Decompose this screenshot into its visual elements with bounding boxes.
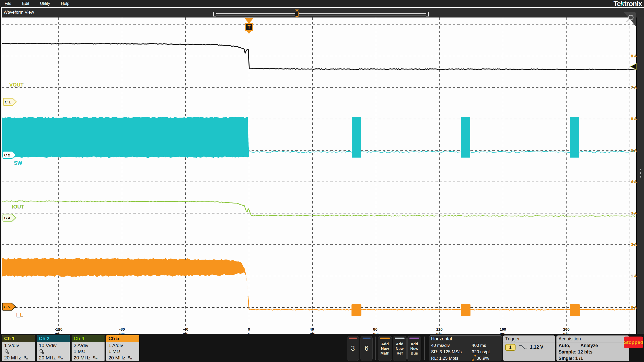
y-axis-tick-label: 2 A [625, 242, 637, 246]
ch4-scale: 2 A/div [74, 342, 102, 348]
wave-6-color-stripe [363, 338, 371, 339]
trace-label-vout: VOUT [9, 82, 24, 88]
ch1-header: Ch 1 [2, 335, 35, 342]
channel-badge-ch5[interactable]: Ch 5 1 A/div 1 MΩ 20 MHz Bw [106, 335, 139, 361]
bandwidth-limit-icon: Bw [93, 354, 97, 361]
acquisition-single: Single: 1 /1 [556, 355, 629, 361]
trigger-position-readout: T38.9% [472, 355, 502, 361]
trigger-marker-arrow-icon [244, 18, 254, 23]
menu-edit[interactable]: Edit [22, 1, 29, 6]
trigger-level: 1.12 V [530, 345, 543, 350]
menu-file[interactable]: File [5, 1, 11, 6]
svg-text:C 2: C 2 [4, 153, 10, 157]
add-new-math-button[interactable]: Add New Math [378, 336, 392, 361]
menu-help[interactable]: Help [61, 1, 70, 6]
menu-bar: File Edit Utility Help [0, 0, 644, 7]
pan-bar-right-bracket [426, 12, 429, 16]
ref-color-stripe [395, 338, 405, 339]
trigger-position-icon: T [472, 356, 476, 361]
channel-badge-ch4[interactable]: Ch 4 2 A/div 1 MΩ 20 MHz Bw [72, 335, 105, 361]
y-axis-tick-label: 3 A [625, 211, 637, 215]
bottom-settings-bar: Ch 1 1 V/div 20 MHz Bw Ch 2 10 V/div [0, 334, 644, 362]
pan-bar-left-bracket [213, 12, 216, 16]
resolution: 320 ns/pt [472, 349, 502, 355]
channel-tag-c4[interactable]: C 4 [2, 214, 16, 222]
sample-rate: SR: 3.125 MS/s [431, 349, 472, 355]
y-axis-tick-label: 4 A [625, 179, 637, 184]
add-new-ref-button[interactable]: Add New Ref [393, 336, 407, 361]
bandwidth-limit-icon: Bw [23, 354, 28, 361]
horizontal-scale: 40 ms/div [431, 342, 472, 349]
channel-tag-c5[interactable]: C 5 [2, 303, 16, 311]
bus-color-stripe [409, 338, 419, 339]
ch1-bandwidth: 20 MHz [4, 355, 21, 361]
ch4-bandwidth: 20 MHz [74, 355, 90, 361]
horizontal-window: 400 ms [472, 342, 502, 349]
add-new-bus-button[interactable]: Add New Bus [407, 336, 421, 361]
ch1-probe-row [4, 348, 33, 354]
math-color-stripe [380, 338, 390, 339]
svg-text:C 1: C 1 [5, 100, 11, 104]
trigger-marker-tip [247, 31, 251, 34]
record-length: RL: 1.25 Mpts [431, 355, 472, 361]
y-axis-tick-label: 7 A [625, 85, 637, 89]
trigger-marker-flag: T [245, 23, 253, 31]
divider [424, 337, 425, 360]
pan-bar-trigger-position-icon[interactable]: T [294, 10, 299, 18]
y-axis-tick-label: 8 A [625, 54, 637, 58]
channel-badge-ch1[interactable]: Ch 1 1 V/div 20 MHz Bw [2, 335, 35, 361]
trace-label-il: I_L [15, 312, 23, 318]
y-axis-tick-label: 0 A [625, 305, 637, 309]
trigger-panel[interactable]: Trigger 1 1.12 V [503, 335, 555, 361]
right-side-panel-strip [637, 12, 644, 334]
menu-utility[interactable]: Utility [40, 1, 50, 6]
ch5-bandwidth: 20 MHz [108, 355, 125, 361]
trigger-panel-title: Trigger [503, 336, 555, 342]
wave-button-3[interactable]: 3 [347, 336, 359, 361]
ch5-impedance: 1 MΩ [108, 348, 137, 354]
ch2-header: Ch 2 [37, 335, 70, 342]
acquisition-mode: Auto, [559, 343, 570, 348]
ch1-scale: 1 V/div [4, 342, 33, 348]
divider [375, 337, 376, 360]
horizontal-panel[interactable]: Horizontal 40 ms/div 400 ms SR: 3.125 MS… [429, 335, 502, 361]
trigger-source-badge: 1 [505, 344, 516, 351]
panel-drag-handle[interactable] [640, 167, 641, 180]
ch2-probe-row [39, 348, 68, 354]
probe-icon [4, 349, 10, 354]
ch5-scale: 1 A/div [108, 342, 137, 348]
channel-badge-ch2[interactable]: Ch 2 10 V/div 20 MHz Bw [37, 335, 70, 361]
wave-3-color-stripe [349, 338, 357, 339]
trace-label-sw: SW [14, 160, 22, 166]
acquisition-panel[interactable]: Acquisition Auto, Analyze Sample: 12 bit… [556, 335, 629, 361]
y-axis-tick-label: 5 A [625, 148, 637, 152]
trigger-position-marker[interactable]: T [244, 18, 254, 34]
falling-edge-icon [518, 345, 527, 350]
view-title: Waveform View [4, 10, 34, 15]
tektronix-logo: Tektronix [613, 0, 642, 8]
acquisition-analyze: Analyze [580, 343, 598, 348]
y-axis-tick-label: 6 A [625, 116, 637, 121]
zoom-corner-button[interactable] [623, 12, 637, 28]
horizontal-pan-bar[interactable] [213, 12, 429, 16]
ch4-impedance: 1 MΩ [74, 348, 102, 354]
bandwidth-limit-icon: Bw [58, 354, 63, 361]
probe-icon [39, 349, 45, 354]
channel-tag-c1[interactable]: C 1 [3, 98, 17, 106]
graticule-area[interactable] [2, 17, 636, 334]
acquisition-sample: Sample: 12 bits [556, 349, 629, 355]
trace-label-iout: IOUT [12, 204, 24, 210]
ch5-header: Ch 5 [106, 335, 139, 342]
channel-tag-c2[interactable]: C 2 [2, 151, 16, 159]
svg-text:C 4: C 4 [4, 216, 10, 220]
ch2-scale: 10 V/div [39, 342, 68, 348]
y-axis-tick-label: 1 A [625, 273, 637, 278]
acquisition-status-badge[interactable]: Stopped [624, 337, 643, 348]
window-left-edge [1, 17, 3, 334]
pan-bar-track [216, 13, 426, 15]
wave-button-6[interactable]: 6 [360, 336, 373, 361]
bandwidth-limit-icon: Bw [128, 354, 132, 361]
svg-text:C 5: C 5 [4, 305, 10, 309]
horizontal-panel-title: Horizontal [429, 336, 502, 342]
magnifier-icon [626, 19, 629, 22]
